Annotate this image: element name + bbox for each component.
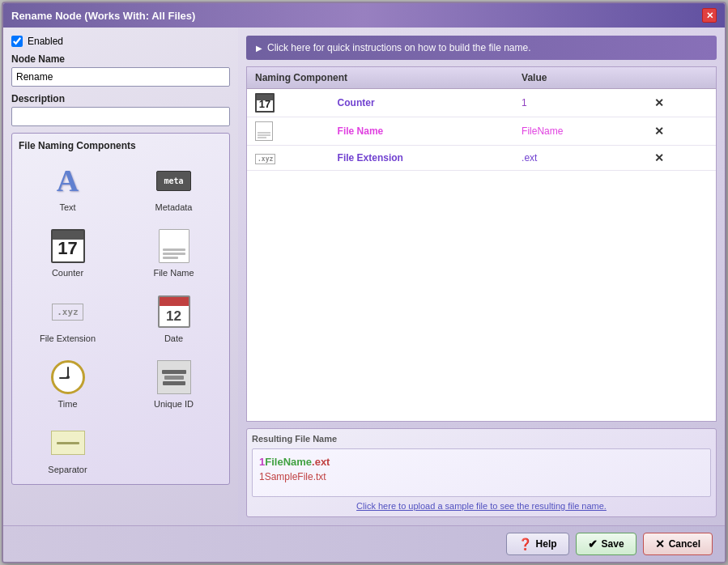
table-row: File Name FileName ✕ bbox=[247, 117, 716, 146]
node-name-section: Node Name bbox=[11, 53, 230, 87]
fileext-row-icon: .xyz bbox=[255, 154, 275, 164]
filename-value-cell: FileName bbox=[513, 117, 643, 146]
time-label: Time bbox=[57, 399, 77, 409]
result-content: 1FileName.ext 1SampleFile.txt bbox=[252, 448, 711, 497]
description-input[interactable] bbox=[11, 107, 230, 126]
text-label: Text bbox=[59, 202, 75, 212]
row-icon-cell bbox=[247, 117, 330, 146]
counter-label: Counter bbox=[52, 268, 83, 278]
component-time[interactable]: Time bbox=[19, 355, 117, 412]
dialog-title: Rename Node (Works With: All Files) bbox=[11, 10, 195, 22]
upload-link[interactable]: Click here to upload a sample file to se… bbox=[252, 500, 711, 512]
time-icon bbox=[49, 358, 87, 397]
instructions-bar[interactable]: ▶ Click here for quick instructions on h… bbox=[246, 36, 717, 60]
delete-counter-button[interactable]: ✕ bbox=[651, 95, 667, 111]
counter-delete-cell: ✕ bbox=[643, 89, 716, 117]
fileext-name-cell: File Extension bbox=[330, 146, 513, 171]
table-row: .xyz File Extension .ext ✕ bbox=[247, 146, 716, 171]
component-uniqueid[interactable]: Unique ID bbox=[125, 355, 223, 412]
upload-link-text[interactable]: Click here to upload a sample file to se… bbox=[356, 501, 607, 511]
components-title: File Naming Components bbox=[19, 140, 223, 151]
enabled-row: Enabled bbox=[11, 36, 230, 47]
bottom-bar: ❓ Help ✔ Save ✕ Cancel bbox=[3, 525, 725, 562]
date-label: Date bbox=[164, 333, 183, 343]
description-label: Description bbox=[11, 93, 230, 104]
result-title: Resulting File Name bbox=[252, 434, 711, 444]
help-button[interactable]: ❓ Help bbox=[506, 533, 569, 555]
component-name: Counter bbox=[338, 97, 375, 108]
result-part-ext: .ext bbox=[312, 456, 330, 468]
col-value: Value bbox=[513, 67, 643, 89]
col-actions bbox=[643, 67, 716, 89]
help-icon: ❓ bbox=[518, 537, 532, 550]
delete-fileext-button[interactable]: ✕ bbox=[651, 150, 667, 166]
component-text[interactable]: A Text bbox=[19, 158, 117, 215]
result-filename-1: 1FileName.ext bbox=[259, 456, 704, 468]
component-metadata[interactable]: meta Metadata bbox=[125, 158, 223, 215]
enabled-checkbox[interactable] bbox=[11, 36, 23, 47]
left-panel: Enabled Node Name Description File Namin… bbox=[3, 28, 238, 525]
row-icon-cell: .xyz bbox=[247, 146, 330, 171]
save-button[interactable]: ✔ Save bbox=[576, 533, 636, 555]
component-separator[interactable]: Separator bbox=[19, 420, 117, 478]
cancel-button[interactable]: ✕ Cancel bbox=[643, 533, 713, 555]
uniqueid-icon bbox=[155, 358, 194, 397]
instructions-arrow-icon: ▶ bbox=[256, 44, 262, 53]
component-name: File Extension bbox=[338, 152, 403, 164]
metadata-icon: meta bbox=[155, 161, 194, 200]
counter-name-cell: Counter bbox=[330, 89, 513, 117]
result-filename-2: 1SampleFile.txt bbox=[259, 471, 704, 482]
filename-name-cell: File Name bbox=[330, 117, 513, 146]
fileext-label: File Extension bbox=[40, 333, 96, 343]
naming-table-container: Naming Component Value 17 bbox=[246, 66, 717, 422]
component-filename[interactable]: File Name bbox=[125, 223, 223, 281]
row-icon-cell: 17 bbox=[247, 89, 330, 117]
date-icon: 12 bbox=[155, 292, 194, 331]
component-counter[interactable]: 17 Counter bbox=[19, 223, 117, 281]
table-row: 17 Counter 1 ✕ bbox=[247, 89, 716, 117]
metadata-label: Metadata bbox=[155, 202, 193, 212]
component-value: .ext bbox=[522, 152, 537, 164]
description-section: Description bbox=[11, 93, 230, 126]
dialog-body: Enabled Node Name Description File Namin… bbox=[3, 28, 725, 525]
right-panel: ▶ Click here for quick instructions on h… bbox=[238, 28, 725, 525]
counter-icon: 17 bbox=[49, 227, 87, 266]
fileext-value-cell: .ext bbox=[513, 146, 643, 171]
help-label: Help bbox=[536, 538, 557, 550]
fileext-delete-cell: ✕ bbox=[643, 146, 716, 171]
component-date[interactable]: 12 Date bbox=[125, 289, 223, 346]
fileext-icon: .xyz bbox=[49, 292, 87, 331]
delete-filename-button[interactable]: ✕ bbox=[651, 123, 667, 139]
component-value: FileName bbox=[522, 125, 563, 137]
components-section: File Naming Components A Text meta bbox=[11, 133, 230, 485]
filename-label: File Name bbox=[153, 268, 194, 278]
cancel-icon: ✕ bbox=[655, 537, 665, 550]
enabled-label: Enabled bbox=[28, 36, 63, 47]
components-grid: A Text meta Metadata bbox=[19, 158, 223, 478]
uniqueid-label: Unique ID bbox=[154, 399, 194, 409]
filename-delete-cell: ✕ bbox=[643, 117, 716, 146]
result-section: Resulting File Name 1FileName.ext 1Sampl… bbox=[246, 428, 717, 517]
component-fileext[interactable]: .xyz File Extension bbox=[19, 289, 117, 346]
separator-label: Separator bbox=[48, 465, 87, 474]
separator-icon bbox=[49, 423, 87, 462]
col-naming-component: Naming Component bbox=[247, 67, 513, 89]
filename-icon bbox=[155, 227, 194, 266]
naming-table: Naming Component Value 17 bbox=[247, 67, 716, 171]
component-value: 1 bbox=[522, 97, 527, 108]
component-name: File Name bbox=[338, 125, 384, 137]
rename-node-dialog: Rename Node (Works With: All Files) ✕ En… bbox=[2, 2, 726, 563]
title-bar: Rename Node (Works With: All Files) ✕ bbox=[3, 3, 725, 28]
node-name-input[interactable] bbox=[11, 67, 230, 87]
close-button[interactable]: ✕ bbox=[702, 8, 717, 23]
node-name-label: Node Name bbox=[11, 53, 230, 65]
result-part-filename: FileName bbox=[265, 456, 312, 468]
save-icon: ✔ bbox=[588, 537, 598, 550]
text-icon: A bbox=[49, 161, 87, 200]
save-label: Save bbox=[602, 538, 624, 550]
cancel-label: Cancel bbox=[669, 538, 700, 550]
instructions-text: Click here for quick instructions on how… bbox=[267, 42, 531, 53]
counter-value-cell: 1 bbox=[513, 89, 643, 117]
